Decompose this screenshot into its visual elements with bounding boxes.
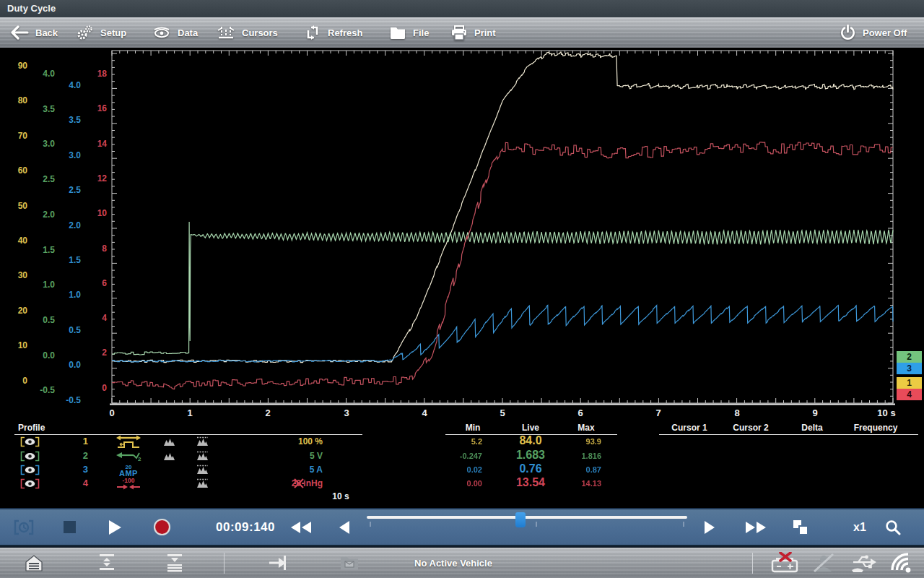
playback-time: 00:09:140 xyxy=(217,509,274,545)
legend-chip-channel-4[interactable]: 4 xyxy=(897,389,922,400)
zoom-window-button[interactable] xyxy=(793,509,808,545)
x-axis-label: 9 xyxy=(797,407,833,418)
status-bar: No Active Vehicle xyxy=(0,546,924,578)
refresh-button[interactable]: Refresh xyxy=(304,17,362,48)
file-button[interactable]: File xyxy=(389,17,429,48)
y-axis-label-ch4: 16 xyxy=(75,103,107,113)
channel-scale-value: 20 inHg xyxy=(238,478,323,488)
cursors-icon xyxy=(217,25,235,40)
history-cell-1[interactable] xyxy=(163,451,175,464)
file-label: File xyxy=(413,27,429,38)
x-axis-label: 7 xyxy=(640,407,676,418)
data-button[interactable]: Data xyxy=(152,17,198,48)
y-axis-label-ch4: 0 xyxy=(75,383,107,393)
y-axis-label-ch2: 1.0 xyxy=(23,280,55,290)
refresh-icon xyxy=(304,25,321,40)
data-label: Data xyxy=(178,27,198,38)
max-value: 1.816 xyxy=(544,452,601,460)
magnify-button[interactable] xyxy=(885,509,901,545)
x-axis-label: 0 xyxy=(94,407,130,418)
svg-text:AMP: AMP xyxy=(119,469,138,477)
y-axis-label-ch2: 2.5 xyxy=(23,174,55,184)
expand-graph-button[interactable] xyxy=(97,548,116,578)
collapse-vertical-icon xyxy=(165,553,184,572)
step-back-icon xyxy=(339,521,349,534)
collapse-graph-button[interactable] xyxy=(165,548,184,578)
wifi-status-icon-button[interactable] xyxy=(889,548,913,578)
legend-chip-channel-1[interactable]: 1 xyxy=(897,377,922,389)
title-bar: Duty Cycle xyxy=(0,0,924,17)
scan-tool-screen: Duty Cycle Back Setup Data Cursors Refre… xyxy=(0,0,924,578)
home-button[interactable] xyxy=(25,548,43,578)
battery-status-icon-button[interactable] xyxy=(771,548,798,578)
seek-tick xyxy=(370,522,371,527)
record-button[interactable] xyxy=(153,509,171,545)
record-icon xyxy=(153,518,171,536)
folder-icon xyxy=(389,25,406,40)
usb-status-icon-button[interactable] xyxy=(850,548,876,578)
history-cell-2[interactable] xyxy=(196,451,209,464)
play-button[interactable] xyxy=(109,509,121,545)
channel-scale-value: 5 V xyxy=(238,451,323,461)
saved-data-folder-icon xyxy=(339,555,359,571)
history-cell-2[interactable] xyxy=(196,478,209,491)
x-axis-label: 3 xyxy=(328,407,365,418)
col-header-max: Max xyxy=(557,423,615,433)
channel-scale-value: 100 % xyxy=(238,436,323,447)
power-off-button[interactable]: Power Off xyxy=(840,17,907,48)
history-cell-2[interactable] xyxy=(196,436,209,449)
back-button[interactable]: Back xyxy=(10,17,58,48)
y-axis-label-ch4: 18 xyxy=(75,69,107,79)
x-axis-label: 8 xyxy=(719,407,755,418)
stop-button[interactable] xyxy=(64,509,76,545)
y-axis-label-ch2: 4.0 xyxy=(23,69,55,79)
seek-tick xyxy=(536,522,537,527)
history-cell-2[interactable] xyxy=(196,465,209,478)
cursors-button[interactable]: Cursors xyxy=(217,17,278,48)
zoom-level[interactable]: x1 xyxy=(848,509,871,545)
setup-button[interactable]: Setup xyxy=(77,17,126,48)
history-graph-icon xyxy=(196,478,209,488)
rewind-button[interactable] xyxy=(291,509,311,545)
x-axis-label: 1 xyxy=(172,407,208,418)
fast-forward-button[interactable] xyxy=(746,509,766,545)
channel-number: 2 xyxy=(72,450,88,461)
user-status-icon-button[interactable] xyxy=(811,548,836,578)
channel-visibility-toggle[interactable] xyxy=(20,436,40,450)
playback-bar: 00:09:140 x1 xyxy=(0,508,924,546)
probe-type-icon-cell[interactable]: 2 xyxy=(116,449,141,464)
step-forward-button[interactable] xyxy=(705,509,715,545)
x-axis-label: 6 xyxy=(562,407,598,418)
seek-bar-thumb[interactable] xyxy=(515,512,526,527)
probe-type-icon-cell[interactable]: -100 xyxy=(116,477,141,493)
seek-bar-track[interactable] xyxy=(367,516,687,519)
y-axis-label-ch2: 3.5 xyxy=(23,104,55,114)
legend-chip-channel-3[interactable]: 3 xyxy=(897,363,922,374)
history-cell-1[interactable] xyxy=(163,436,175,449)
zoom-level-value: x1 xyxy=(853,521,866,534)
max-value: 14.13 xyxy=(544,479,601,488)
legend-chip-channel-2[interactable]: 2 xyxy=(897,351,922,363)
exit-view-button[interactable] xyxy=(268,548,288,578)
eye-icon xyxy=(20,436,40,447)
y-axis-label-ch4: 4 xyxy=(75,313,107,323)
col-header-min: Min xyxy=(444,423,502,433)
y-axis-label-ch3: 0.0 xyxy=(49,360,81,370)
y-axis-label-ch2: 0.0 xyxy=(23,350,55,361)
saved-data-button[interactable] xyxy=(339,548,359,578)
step-back-button[interactable] xyxy=(339,509,349,545)
refresh-label: Refresh xyxy=(328,27,362,38)
back-icon xyxy=(10,25,29,40)
snapshot-button[interactable] xyxy=(13,509,35,545)
channel-visibility-toggle[interactable] xyxy=(20,478,40,492)
y-axis-label-ch4: 8 xyxy=(75,243,107,254)
print-button[interactable]: Print xyxy=(450,17,496,48)
col-header-cursor2: Cursor 2 xyxy=(722,423,780,433)
print-icon xyxy=(450,25,468,40)
trace-channel-4 xyxy=(112,142,893,389)
profile-table-row-ch4: 4 -100 20 inHg 0.00 13.54 14.13 xyxy=(0,477,924,491)
y-axis-label-ch2: 0.5 xyxy=(23,315,55,325)
eye-icon xyxy=(20,465,40,475)
profile-header: Profile xyxy=(18,423,45,433)
channel-number: 3 xyxy=(72,464,88,475)
